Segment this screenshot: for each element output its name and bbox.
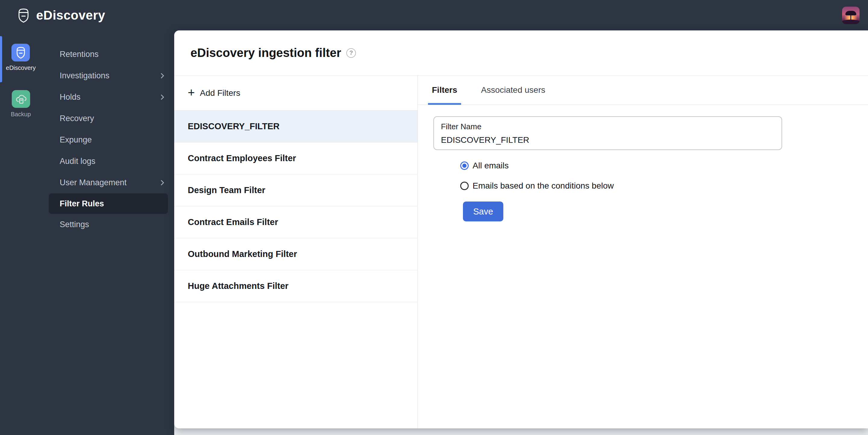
plus-icon: + bbox=[188, 87, 195, 99]
icon-rail: eDiscovery Backup bbox=[0, 30, 41, 435]
sidebar: Retentions Investigations Holds Recovery… bbox=[41, 30, 174, 435]
backup-cloud-icon bbox=[12, 90, 30, 108]
sidebar-item-investigations[interactable]: Investigations bbox=[41, 65, 174, 87]
chevron-right-icon bbox=[158, 180, 164, 185]
radio-label: Emails based on the conditions below bbox=[472, 181, 614, 191]
filter-list-item[interactable]: EDISCOVERY_FILTER bbox=[174, 110, 417, 142]
filter-list-item[interactable]: Contract Employees Filter bbox=[174, 142, 417, 174]
sidebar-item-holds[interactable]: Holds bbox=[41, 87, 174, 108]
filter-detail-panel: Filters Associated users Filter Name EDI… bbox=[418, 76, 868, 428]
filter-list-item[interactable]: Contract Emails Filter bbox=[174, 206, 417, 238]
sidebar-item-audit-logs[interactable]: Audit logs bbox=[41, 150, 174, 172]
filter-name: Outbound Marketing Filter bbox=[188, 249, 297, 259]
radio-label: All emails bbox=[472, 161, 509, 170]
filter-name-value[interactable]: EDISCOVERY_FILTER bbox=[441, 135, 775, 145]
chevron-right-icon bbox=[158, 94, 164, 100]
sidebar-item-label: Audit logs bbox=[60, 157, 96, 166]
detail-tabs: Filters Associated users bbox=[418, 76, 868, 105]
filter-list-panel: + Add Filters EDISCOVERY_FILTER Contract… bbox=[174, 76, 418, 428]
sidebar-item-label: Investigations bbox=[60, 71, 110, 80]
sidebar-item-label: Holds bbox=[60, 93, 81, 102]
filter-name: Contract Emails Filter bbox=[188, 217, 278, 227]
sidebar-item-label: Filter Rules bbox=[60, 199, 104, 208]
content-card: eDiscovery ingestion filter ? + Add Filt… bbox=[174, 30, 868, 428]
add-filters-label: Add Filters bbox=[200, 88, 240, 98]
filter-name-label: Filter Name bbox=[441, 122, 775, 131]
rail-item-ediscovery[interactable]: eDiscovery bbox=[6, 44, 36, 71]
filter-name: Contract Employees Filter bbox=[188, 153, 296, 163]
help-icon[interactable]: ? bbox=[346, 48, 356, 58]
radio-all-emails[interactable]: All emails bbox=[460, 161, 868, 170]
filter-name: Huge Attachments Filter bbox=[188, 281, 288, 291]
sidebar-item-label: Recovery bbox=[60, 114, 94, 123]
save-button[interactable]: Save bbox=[463, 202, 503, 222]
radio-selected-icon bbox=[460, 162, 469, 170]
radio-conditions-based[interactable]: Emails based on the conditions below bbox=[460, 181, 868, 191]
tab-filters[interactable]: Filters bbox=[432, 76, 457, 104]
app-title: eDiscovery bbox=[36, 8, 105, 23]
app-logo-shield-icon bbox=[17, 8, 30, 23]
filter-name: EDISCOVERY_FILTER bbox=[188, 122, 280, 131]
rail-item-label: Backup bbox=[11, 111, 31, 118]
sidebar-item-label: Expunge bbox=[60, 135, 92, 144]
sidebar-item-label: Settings bbox=[60, 220, 89, 229]
filter-list-item[interactable]: Design Team Filter bbox=[174, 174, 417, 206]
rail-item-backup[interactable]: Backup bbox=[11, 90, 31, 118]
tab-associated-users[interactable]: Associated users bbox=[481, 76, 545, 104]
chevron-right-icon bbox=[158, 73, 164, 78]
rail-item-label: eDiscovery bbox=[6, 64, 36, 71]
ediscovery-shield-icon bbox=[11, 44, 30, 62]
filter-list-item[interactable]: Outbound Marketing Filter bbox=[174, 238, 417, 270]
active-app-indicator bbox=[0, 36, 2, 82]
sidebar-item-filter-rules[interactable]: Filter Rules bbox=[49, 193, 168, 214]
topbar: eDiscovery bbox=[0, 0, 868, 30]
sidebar-item-recovery[interactable]: Recovery bbox=[41, 108, 174, 129]
add-filters-button[interactable]: + Add Filters bbox=[174, 76, 417, 110]
sidebar-item-label: Retentions bbox=[60, 50, 98, 59]
radio-unselected-icon bbox=[460, 182, 469, 190]
filter-name: Design Team Filter bbox=[188, 185, 265, 195]
filter-list-item[interactable]: Huge Attachments Filter bbox=[174, 270, 417, 302]
sidebar-item-expunge[interactable]: Expunge bbox=[41, 129, 174, 150]
sidebar-item-user-management[interactable]: User Management bbox=[41, 172, 174, 193]
sidebar-item-label: User Management bbox=[60, 178, 127, 188]
filter-name-field[interactable]: Filter Name EDISCOVERY_FILTER bbox=[433, 116, 782, 150]
sidebar-item-retentions[interactable]: Retentions bbox=[41, 44, 174, 65]
sidebar-item-settings[interactable]: Settings bbox=[41, 214, 174, 235]
page-title: eDiscovery ingestion filter bbox=[190, 46, 341, 60]
filter-detail-form: Filter Name EDISCOVERY_FILTER All emails… bbox=[418, 105, 868, 222]
user-avatar[interactable] bbox=[842, 7, 860, 24]
page-header: eDiscovery ingestion filter ? bbox=[174, 30, 868, 76]
